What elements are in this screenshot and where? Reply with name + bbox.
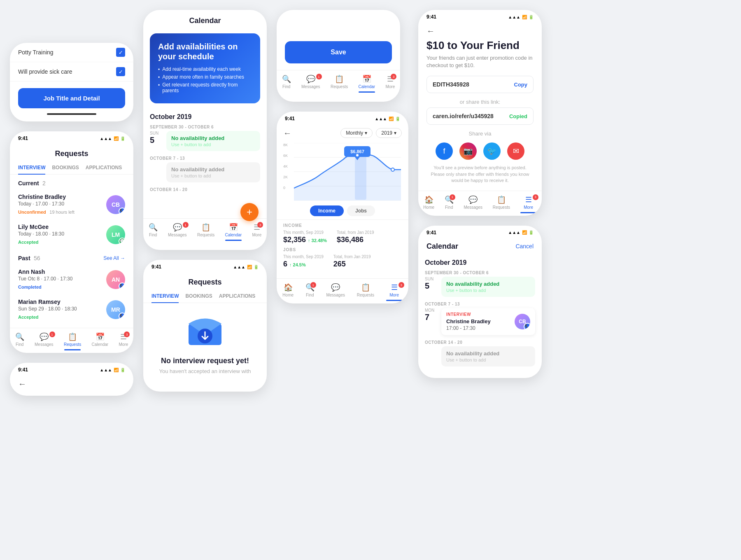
- y-0: 0: [283, 186, 288, 190]
- no-avail-grey-1[interactable]: No availability added Use + button to ad…: [166, 162, 260, 182]
- copied-button[interactable]: Copied: [509, 113, 527, 119]
- nav-more-referral[interactable]: ☰ 3 More: [520, 195, 537, 213]
- share-twitter-button[interactable]: 🐦: [483, 142, 501, 160]
- nav-messages[interactable]: 💬 1 Messages: [35, 332, 54, 350]
- nav-messages-label-cal3: Messages: [168, 233, 187, 237]
- cancel-button-8[interactable]: Cancel: [515, 243, 534, 250]
- nav-calendar[interactable]: 📅 Calendar: [92, 332, 109, 350]
- wifi-icon: 📶: [114, 136, 119, 141]
- request-card-christine[interactable]: Christine Bradley Today · 17.00 · 17:30 …: [10, 189, 133, 219]
- more-badge-save: 3: [391, 74, 396, 79]
- jobs-this-month-value: 6 ↑ 24.5%: [283, 260, 324, 268]
- no-avail-grey-8[interactable]: No availability added Use + button to ad…: [441, 346, 535, 366]
- day-number-5-8: 5: [425, 281, 438, 291]
- nav-find-referral[interactable]: 🔍 1 Find: [445, 195, 454, 213]
- tab-bookings-7[interactable]: BOOKINGS: [185, 290, 212, 303]
- nav-home-income[interactable]: 🏠 Home: [282, 283, 294, 301]
- nav-messages-referral[interactable]: 💬 Messages: [464, 195, 482, 213]
- add-availability-fab[interactable]: +: [240, 203, 259, 221]
- filter-monthly[interactable]: Monthly ▾: [340, 128, 373, 138]
- share-message-button[interactable]: ✉: [507, 142, 524, 160]
- copy-button[interactable]: Copy: [514, 82, 528, 88]
- messages-icon: 💬: [40, 332, 49, 341]
- back-button-referral[interactable]: ←: [418, 21, 542, 36]
- bullet-1: •: [158, 67, 160, 72]
- nav-calendar-save[interactable]: 📅 Calendar: [359, 75, 375, 93]
- time: 9:41: [18, 135, 28, 141]
- battery-5: 🔋: [395, 117, 400, 121]
- nav-more-save[interactable]: ☰ 3 More: [385, 75, 395, 93]
- hours-left: 19 hours left: [49, 210, 75, 215]
- tab-applications-7[interactable]: APPLICATIONS: [219, 290, 255, 303]
- nav-requests-income[interactable]: 📋 Requests: [357, 283, 374, 301]
- signal-6: ▲▲▲: [508, 15, 520, 19]
- call-badge-christine[interactable]: 📞: [119, 208, 125, 214]
- nav-more[interactable]: ☰ 3 More: [119, 332, 128, 350]
- week-row-sun5: SUN 5 No availability added Use + button…: [143, 131, 267, 151]
- check-icon-potty[interactable]: ✓: [116, 48, 125, 57]
- nav-requests-save[interactable]: 📋 Requests: [331, 75, 348, 93]
- nav-requests-referral[interactable]: 📋 Requests: [493, 195, 510, 213]
- nav-messages-income[interactable]: 💬 Messages: [326, 283, 345, 301]
- request-card-ann[interactable]: Ann Nash Tue Otc 8 · 17.00 · 17:30 Compl…: [10, 264, 133, 294]
- chart-filters: Monthly ▾ 2019 ▾: [340, 128, 402, 138]
- nav-messages-label-income: Messages: [326, 293, 345, 297]
- calendar-icon-cal3: 📅: [229, 223, 238, 232]
- nav-bar-income: 🏠 Home 🔍 1 Find 💬 Messages 📋 Requests ☰ …: [277, 278, 408, 303]
- nav-messages-save[interactable]: 💬 1 Messages: [301, 75, 320, 93]
- request-name-christine: Christine Bradley: [18, 194, 102, 200]
- nav-home-referral[interactable]: 🏠 Home: [423, 195, 434, 213]
- nav-more-cal3[interactable]: ☰ 3 More: [252, 223, 261, 241]
- job-title-button[interactable]: Job Title and Detail: [18, 88, 125, 108]
- week-sep30: SEPTEMBER 30 - OCTOBER 6 SUN 5 No availa…: [143, 123, 267, 151]
- nav-more-income[interactable]: ☰ 3 More: [386, 283, 403, 301]
- no-avail-green-8[interactable]: No availability added Use + button to ad…: [441, 277, 535, 297]
- tab-applications[interactable]: APPLICATIONS: [86, 161, 122, 175]
- see-all-link[interactable]: See All →: [103, 255, 125, 261]
- nav-find-save[interactable]: 🔍 Find: [282, 75, 291, 93]
- week-row-sun5-8: SUN 5 No availability added Use + button…: [418, 277, 542, 297]
- y-8k: 8K: [283, 143, 288, 147]
- check-icon-sick[interactable]: ✓: [116, 67, 125, 76]
- bullet-3: •: [158, 82, 160, 88]
- interview-card-8[interactable]: INTERVIEW Christine Bradley 17:00 - 17:3…: [441, 308, 535, 335]
- tab-bookings[interactable]: BOOKINGS: [52, 161, 79, 175]
- nav-more-label-save: More: [385, 84, 395, 89]
- share-instagram-button[interactable]: 📷: [459, 142, 477, 160]
- share-facebook-button[interactable]: f: [436, 142, 453, 160]
- back-icon-income[interactable]: ←: [283, 128, 291, 138]
- nav-find-income[interactable]: 🔍 1 Find: [305, 283, 315, 301]
- chart-tab-income[interactable]: Income: [310, 205, 344, 216]
- nav-bar-cal3: 🔍 Find 💬 1 Messages 📋 Requests 📅 Calenda…: [143, 218, 267, 243]
- nav-calendar-cal3[interactable]: 📅 Calendar: [225, 223, 242, 241]
- back-icon-small[interactable]: ←: [18, 379, 26, 389]
- nav-home-label-referral: Home: [423, 205, 434, 210]
- tab-interview-7[interactable]: INTERVIEW: [151, 290, 179, 303]
- request-card-marian[interactable]: Marian Ramsey Sun Sep 29 · 18.00 · 18:30…: [10, 294, 133, 324]
- filter-year[interactable]: 2019 ▾: [376, 128, 402, 138]
- chart-tab-jobs[interactable]: Jobs: [347, 205, 375, 216]
- save-button[interactable]: Save: [285, 41, 392, 63]
- request-time-ann: Tue Otc 8 · 17.00 · 17:30: [18, 276, 102, 282]
- chart-tabs: Income Jobs: [277, 202, 408, 219]
- status-bar: 9:41 ▲▲▲ 📶 🔋: [10, 131, 133, 143]
- nav-more-label: More: [119, 342, 128, 347]
- jobs-total-label: Total, from Jan 2019: [333, 254, 371, 259]
- tab-interview[interactable]: INTERVIEW: [18, 161, 45, 175]
- find-badge-income: 1: [310, 282, 316, 288]
- request-time-marian: Sun Sep 29 · 18.00 · 18:30: [18, 306, 102, 312]
- nav-requests-cal3[interactable]: 📋 Requests: [197, 223, 214, 241]
- call-badge-marian[interactable]: 📞: [119, 313, 125, 319]
- call-badge-ann[interactable]: 📞: [119, 282, 125, 289]
- nav-messages-cal3[interactable]: 💬 1 Messages: [168, 223, 187, 241]
- nav-find[interactable]: 🔍 Find: [15, 332, 24, 350]
- wifi-6: 📶: [522, 15, 527, 19]
- nav-find-cal3[interactable]: 🔍 Find: [149, 223, 158, 241]
- nav-requests[interactable]: 📋 Requests: [64, 332, 81, 350]
- nav-calendar-label-cal3: Calendar: [225, 233, 242, 237]
- messages-icon-income: 💬: [331, 283, 340, 292]
- request-card-lily[interactable]: Lily McGee Today · 18.00 · 18:30 Accepte…: [10, 219, 133, 250]
- call-badge-interview-8[interactable]: 📞: [524, 323, 530, 329]
- msg-badge-lily[interactable]: 💬: [119, 238, 125, 244]
- no-avail-green-1[interactable]: No availability added Use + button to ad…: [166, 131, 260, 151]
